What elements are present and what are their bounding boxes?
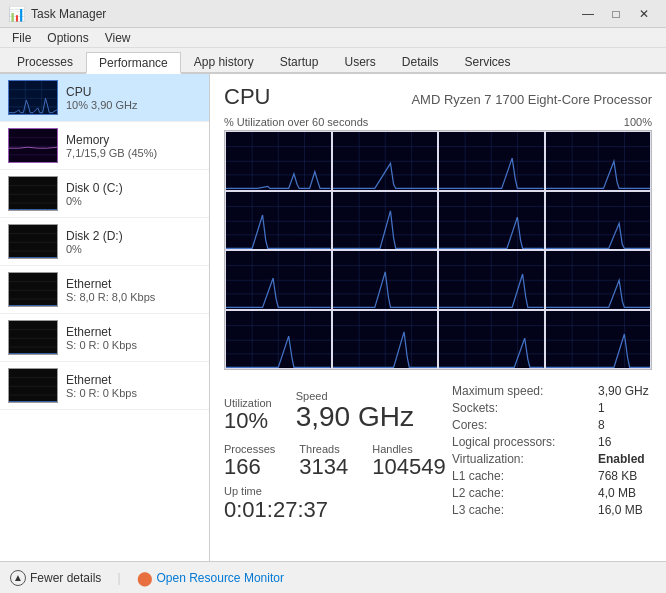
core-graph-6 bbox=[439, 192, 544, 250]
util-label-row: % Utilization over 60 seconds 100% bbox=[224, 116, 652, 128]
eth3-label: Ethernet bbox=[66, 373, 201, 387]
tab-startup[interactable]: Startup bbox=[267, 50, 332, 72]
info-table: Maximum speed: 3,90 GHz Sockets: 1 Cores… bbox=[452, 384, 652, 523]
disk2-value: 0% bbox=[66, 243, 201, 255]
cpu-header: CPU AMD Ryzen 7 1700 Eight-Core Processo… bbox=[224, 84, 652, 110]
info-row-l3: L3 cache: 16,0 MB bbox=[452, 503, 652, 517]
tab-details[interactable]: Details bbox=[389, 50, 452, 72]
core-graph-13 bbox=[333, 311, 438, 369]
info-row-l2: L2 cache: 4,0 MB bbox=[452, 486, 652, 500]
eth3-mini-graph bbox=[8, 368, 58, 403]
sidebar-item-eth2[interactable]: Ethernet S: 0 R: 0 Kbps bbox=[0, 314, 209, 362]
disk0-mini-graph bbox=[8, 176, 58, 211]
sockets-val: 1 bbox=[598, 401, 605, 415]
l1-key: L1 cache: bbox=[452, 469, 582, 483]
memory-label: Memory bbox=[66, 133, 201, 147]
eth1-value: S: 8,0 R: 8,0 Kbps bbox=[66, 291, 201, 303]
tab-processes[interactable]: Processes bbox=[4, 50, 86, 72]
core-graph-11 bbox=[546, 251, 651, 309]
sidebar-item-memory[interactable]: Memory 7,1/15,9 GB (45%) bbox=[0, 122, 209, 170]
eth1-mini-graph bbox=[8, 272, 58, 307]
maximize-button[interactable]: □ bbox=[602, 0, 630, 28]
fewer-details-label: Fewer details bbox=[30, 571, 101, 585]
svg-rect-18 bbox=[9, 273, 57, 307]
info-row-l1: L1 cache: 768 KB bbox=[452, 469, 652, 483]
sidebar-item-disk2[interactable]: Disk 2 (D:) 0% bbox=[0, 218, 209, 266]
utilization-block: Utilization 10% bbox=[224, 397, 272, 433]
tab-users[interactable]: Users bbox=[331, 50, 388, 72]
sidebar-item-eth3[interactable]: Ethernet S: 0 R: 0 Kbps bbox=[0, 362, 209, 410]
tab-bar: Processes Performance App history Startu… bbox=[0, 48, 666, 74]
cores-key: Cores: bbox=[452, 418, 582, 432]
tab-services[interactable]: Services bbox=[452, 50, 524, 72]
core-graph-15 bbox=[546, 311, 651, 369]
eth2-value: S: 0 R: 0 Kbps bbox=[66, 339, 201, 351]
core-graph-4 bbox=[226, 192, 331, 250]
sidebar-item-eth1[interactable]: Ethernet S: 8,0 R: 8,0 Kbps bbox=[0, 266, 209, 314]
sidebar-item-disk0[interactable]: Disk 0 (C:) 0% bbox=[0, 170, 209, 218]
sidebar-item-cpu[interactable]: CPU 10% 3,90 GHz bbox=[0, 74, 209, 122]
threads-block: Threads 3134 bbox=[299, 443, 348, 479]
info-row-sockets: Sockets: 1 bbox=[452, 401, 652, 415]
uptime-block: Up time 0:01:27:37 bbox=[224, 485, 446, 523]
tab-performance[interactable]: Performance bbox=[86, 52, 181, 74]
cpu-model: AMD Ryzen 7 1700 Eight-Core Processor bbox=[411, 92, 652, 107]
minimize-button[interactable]: — bbox=[574, 0, 602, 28]
memory-sidebar-info: Memory 7,1/15,9 GB (45%) bbox=[66, 133, 201, 159]
core-graph-7 bbox=[546, 192, 651, 250]
info-row-maxspeed: Maximum speed: 3,90 GHz bbox=[452, 384, 652, 398]
main-content: CPU 10% 3,90 GHz Memory 7,1/15,9 GB (45%… bbox=[0, 74, 666, 561]
util-label-text: % Utilization over 60 seconds bbox=[224, 116, 368, 128]
disk0-value: 0% bbox=[66, 195, 201, 207]
l2-val: 4,0 MB bbox=[598, 486, 636, 500]
memory-mini-graph bbox=[8, 128, 58, 163]
menu-view[interactable]: View bbox=[97, 29, 139, 47]
core-graph-8 bbox=[226, 251, 331, 309]
stats-and-info: Utilization 10% Speed 3,90 GHz Processes… bbox=[224, 380, 652, 523]
eth3-value: S: 0 R: 0 Kbps bbox=[66, 387, 201, 399]
tab-app-history[interactable]: App history bbox=[181, 50, 267, 72]
core-graph-3 bbox=[546, 132, 651, 190]
open-resource-monitor-link[interactable]: ⬤ Open Resource Monitor bbox=[137, 570, 284, 586]
core-graph-2 bbox=[439, 132, 544, 190]
utilization-label: Utilization bbox=[224, 397, 272, 409]
speed-value: 3,90 GHz bbox=[296, 402, 414, 433]
app-icon: 📊 bbox=[8, 6, 25, 22]
eth3-sidebar-info: Ethernet S: 0 R: 0 Kbps bbox=[66, 373, 201, 399]
eth1-sidebar-info: Ethernet S: 8,0 R: 8,0 Kbps bbox=[66, 277, 201, 303]
threads-value: 3134 bbox=[299, 455, 348, 479]
disk0-label: Disk 0 (C:) bbox=[66, 181, 201, 195]
cpu-graphs-grid bbox=[224, 130, 652, 370]
svg-rect-22 bbox=[9, 321, 57, 355]
menu-options[interactable]: Options bbox=[39, 29, 96, 47]
memory-value: 7,1/15,9 GB (45%) bbox=[66, 147, 201, 159]
uptime-label: Up time bbox=[224, 485, 446, 497]
disk0-sidebar-info: Disk 0 (C:) 0% bbox=[66, 181, 201, 207]
disk2-sidebar-info: Disk 2 (D:) 0% bbox=[66, 229, 201, 255]
handles-value: 104549 bbox=[372, 455, 445, 479]
cores-val: 8 bbox=[598, 418, 605, 432]
close-button[interactable]: ✕ bbox=[630, 0, 658, 28]
fewer-details-icon: ▲ bbox=[10, 570, 26, 586]
stats-left: Utilization 10% Speed 3,90 GHz Processes… bbox=[224, 380, 446, 523]
core-graph-12 bbox=[226, 311, 331, 369]
info-row-logical: Logical processors: 16 bbox=[452, 435, 652, 449]
fewer-details-button[interactable]: ▲ Fewer details bbox=[10, 570, 101, 586]
cpu-label: CPU bbox=[66, 85, 201, 99]
svg-rect-26 bbox=[9, 369, 57, 403]
uptime-value: 0:01:27:37 bbox=[224, 497, 446, 523]
core-graph-5 bbox=[333, 192, 438, 250]
info-row-virt: Virtualization: Enabled bbox=[452, 452, 652, 466]
speed-block: Speed 3,90 GHz bbox=[296, 390, 414, 433]
logical-key: Logical processors: bbox=[452, 435, 582, 449]
stats-row-1: Utilization 10% Speed 3,90 GHz bbox=[224, 390, 446, 433]
menu-file[interactable]: File bbox=[4, 29, 39, 47]
virt-val: Enabled bbox=[598, 452, 645, 466]
threads-label: Threads bbox=[299, 443, 348, 455]
max-speed-val: 3,90 GHz bbox=[598, 384, 649, 398]
sockets-key: Sockets: bbox=[452, 401, 582, 415]
processes-block: Processes 166 bbox=[224, 443, 275, 479]
util-pct-text: 100% bbox=[624, 116, 652, 128]
eth1-label: Ethernet bbox=[66, 277, 201, 291]
title-bar: 📊 Task Manager — □ ✕ bbox=[0, 0, 666, 28]
